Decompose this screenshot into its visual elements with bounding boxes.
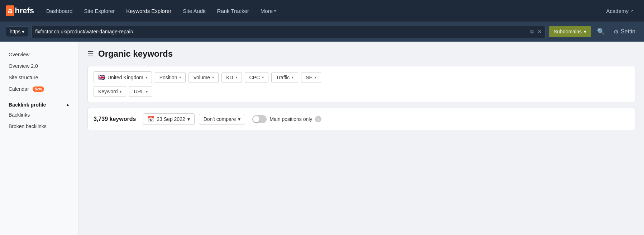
- sidebar-item-broken-backlinks[interactable]: Broken backlinks: [0, 121, 78, 132]
- keyword-filter[interactable]: Keyword ▾: [94, 86, 126, 97]
- page-title: Organic keywords: [98, 49, 173, 59]
- nav-keywords-explorer[interactable]: Keywords Explorer: [121, 5, 176, 17]
- nav-site-explorer[interactable]: Site Explorer: [79, 5, 120, 17]
- toggle-wrapper: Main positions only ?: [252, 115, 321, 123]
- calendar-icon: 📅: [148, 116, 154, 122]
- protocol-select[interactable]: https ▾: [6, 26, 28, 37]
- main-positions-toggle[interactable]: [252, 115, 267, 123]
- gear-icon: ⚙: [614, 28, 619, 35]
- logo-hrefs: hrefs: [15, 6, 34, 15]
- logo[interactable]: a hrefs: [6, 5, 34, 16]
- url-filter[interactable]: URL ▾: [129, 86, 152, 97]
- subdomains-button[interactable]: Subdomains ▾: [549, 26, 591, 37]
- main-content: ☰ Organic keywords 🇬🇧 United Kingdom ▾ P…: [79, 42, 644, 235]
- position-filter[interactable]: Position ▾: [155, 72, 186, 83]
- page-header: ☰ Organic keywords: [87, 49, 635, 59]
- sidebar: Overview Overview 2.0 Site structure Cal…: [0, 42, 79, 235]
- nav-site-audit[interactable]: Site Audit: [178, 5, 210, 17]
- sidebar-item-site-structure[interactable]: Site structure: [0, 72, 78, 83]
- country-chevron-icon: ▾: [146, 75, 147, 79]
- compare-chevron-icon: ▾: [238, 116, 240, 122]
- top-nav: a hrefs Dashboard Site Explorer Keywords…: [0, 0, 644, 22]
- uk-flag-icon: 🇬🇧: [98, 74, 105, 81]
- url-actions: ⧉ ✕: [530, 29, 542, 35]
- nav-academy[interactable]: Academy ↗: [601, 5, 638, 17]
- cpc-chevron-icon: ▾: [262, 75, 264, 79]
- filter-row-1: 🇬🇧 United Kingdom ▾ Position ▾ Volume ▾ …: [94, 71, 629, 83]
- volume-filter[interactable]: Volume ▾: [189, 72, 219, 83]
- nav-more[interactable]: More ▾: [256, 5, 281, 17]
- url-input-wrapper: fixfactor.co.uk/product/water-damage-rep…: [31, 25, 546, 38]
- url-chevron-icon: ▾: [146, 90, 148, 94]
- traffic-filter[interactable]: Traffic ▾: [271, 72, 298, 83]
- sidebar-item-overview2[interactable]: Overview 2.0: [0, 60, 78, 72]
- sidebar-section-backlink-profile[interactable]: Backlink profile ▲: [0, 98, 78, 109]
- open-external-icon[interactable]: ⧉: [530, 29, 534, 35]
- cpc-filter[interactable]: CPC ▾: [245, 72, 269, 83]
- menu-icon[interactable]: ☰: [87, 50, 94, 58]
- protocol-chevron-icon: ▾: [22, 29, 24, 34]
- logo-a: a: [6, 5, 14, 16]
- se-chevron-icon: ▾: [315, 75, 316, 79]
- nav-dashboard[interactable]: Dashboard: [41, 5, 77, 17]
- compare-button[interactable]: Don't compare ▾: [199, 114, 245, 124]
- search-button[interactable]: 🔍: [594, 26, 608, 37]
- results-bar: 3,739 keywords 📅 23 Sep 2022 ▾ Don't com…: [87, 108, 635, 130]
- external-link-icon: ↗: [630, 9, 633, 13]
- volume-chevron-icon: ▾: [212, 75, 214, 79]
- new-badge: New: [33, 86, 44, 92]
- section-arrow-icon: ▲: [66, 102, 70, 107]
- sidebar-item-overview[interactable]: Overview: [0, 49, 78, 60]
- sidebar-item-backlinks[interactable]: Backlinks: [0, 109, 78, 121]
- results-count: 3,739 keywords: [94, 116, 136, 122]
- more-chevron-icon: ▾: [274, 9, 276, 13]
- subdomains-chevron-icon: ▾: [584, 29, 586, 34]
- clear-url-icon[interactable]: ✕: [538, 29, 542, 34]
- kd-filter[interactable]: KD ▾: [221, 72, 242, 83]
- sidebar-item-calendar[interactable]: Calendar New: [0, 83, 78, 95]
- date-chevron-icon: ▾: [187, 116, 190, 122]
- traffic-chevron-icon: ▾: [292, 75, 294, 79]
- nav-rank-tracker[interactable]: Rank Tracker: [212, 5, 254, 17]
- url-bar: https ▾ fixfactor.co.uk/product/water-da…: [0, 22, 644, 42]
- toggle-label: Main positions only: [269, 116, 312, 122]
- url-display[interactable]: fixfactor.co.uk/product/water-damage-rep…: [35, 29, 530, 34]
- help-icon[interactable]: ?: [315, 116, 321, 122]
- filter-section: 🇬🇧 United Kingdom ▾ Position ▾ Volume ▾ …: [87, 66, 635, 102]
- sidebar-section-label: Backlink profile: [9, 102, 46, 108]
- country-filter[interactable]: 🇬🇧 United Kingdom ▾: [94, 71, 152, 83]
- main-layout: Overview Overview 2.0 Site structure Cal…: [0, 42, 644, 235]
- settings-button[interactable]: ⚙ Settin: [611, 27, 638, 37]
- filter-row-2: Keyword ▾ URL ▾: [94, 86, 629, 97]
- position-chevron-icon: ▾: [179, 75, 181, 79]
- se-filter[interactable]: SE ▾: [301, 72, 321, 83]
- kd-chevron-icon: ▾: [235, 75, 237, 79]
- date-picker-button[interactable]: 📅 23 Sep 2022 ▾: [143, 113, 194, 125]
- keyword-chevron-icon: ▾: [120, 90, 121, 94]
